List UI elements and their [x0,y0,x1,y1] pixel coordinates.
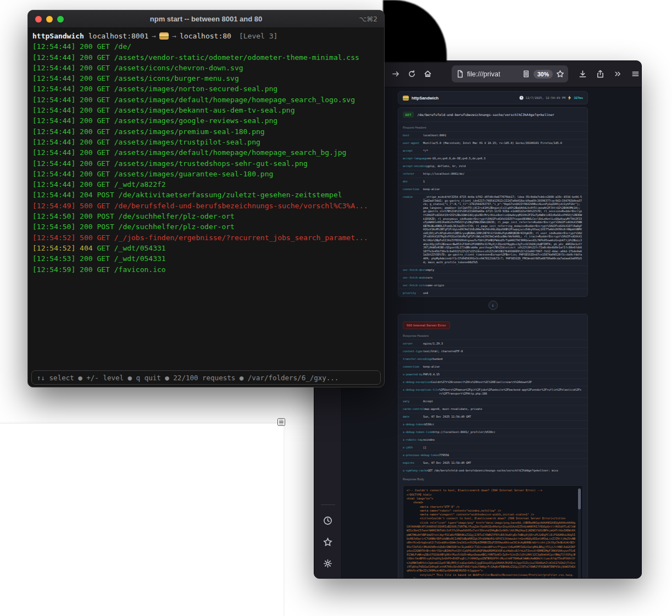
spray-blob [383,0,447,62]
request-response-divider: ↓ [488,301,498,310]
history-clock-icon[interactable] [323,516,332,528]
header-value: Mozilla/5.0 (Macintosh; Intel Mac OS X 1… [423,141,562,145]
header-name: dnt [403,180,423,184]
header-name: x-previous-debug-token [403,453,439,457]
bookmark-star-icon[interactable] [556,70,564,79]
header-name: x-debug-exception [403,380,431,384]
log-line: [12:54:44] 200 GET /assets/images/bekann… [32,105,380,115]
request-headers-table: hostlocalhost:8001user-agentMozilla/5.0 … [398,131,587,296]
log-line: [12:54:59] 200 GET /favicon.ico [32,264,380,275]
nav-button-group [391,70,432,79]
header-value: http://localhost:8001/_profiler/b530cc [432,430,495,434]
header-value: GET /de/berufsfeld-und-berufsbezeichnung… [427,469,558,473]
header-name: expires [403,461,423,465]
header-row: user-agentMozilla/5.0 (Macintosh; Intel … [398,139,587,147]
header-name: connection [403,187,423,191]
log-line: [12:54:44] 200 GET /assets/images/trustp… [32,137,380,147]
header-name: host [403,134,423,137]
log-line: [12:54:44] 200 GET /assets/images/google… [32,115,380,126]
header-value: */* [423,149,428,153]
header-name: x-symfony-cache [403,469,427,473]
settings-gear-icon[interactable] [323,559,332,570]
header-row: x-debug-tokenb530cc [398,420,587,428]
duration-badge: 327ms [574,96,583,99]
log-line: [12:54:44] 200 GET /_wdt/a822f2 [32,179,380,190]
header-value: Sun, 07 Dec 2025 11:54:49 GMT [423,415,471,419]
header-value: Sun, 07 Dec 2025 11:54:49 GMT [423,461,471,465]
header-name: sec-fetch-dest [403,268,426,272]
header-row: connectionkeep-alive [398,363,587,370]
header-name: x-jdth [403,446,423,449]
bookmarks-star-icon[interactable] [323,537,332,549]
header-name: accept [403,149,423,153]
page-header-card: httpSandwich 12/7/2025, 12:54:49 PM 327m… [398,91,588,104]
reader-view-icon[interactable] [522,70,531,79]
header-value: gzip, deflate, br, zstd [427,164,465,168]
header-name: x-debug-exception-file [403,388,439,395]
header-row: servernginx/1.29.3 [398,340,587,347]
reload-icon[interactable] [407,70,416,79]
sidebar-divider [321,504,335,505]
header-row: sec-fetch-sitesame-origin [398,281,587,288]
terminal-titlebar: npm start -- between 8001 and 80 ⌥⌘2 [28,10,384,28]
response-body-text: <!-- Couldn't connect to host, Elasticse… [407,489,576,578]
home-icon[interactable] [423,70,432,79]
share-icon[interactable] [596,70,604,79]
downloads-icon[interactable] [578,70,587,79]
header-row: hostlocalhost:8001 [398,131,587,139]
log-line: [12:54:44] 204 POST /de/aktivitaetserfas… [32,190,380,200]
header-name: x-powered-by [403,373,423,376]
terminal-title: npm start -- between 8001 and 80 [28,15,384,23]
header-name: x-debug-token-link [403,430,432,434]
header-row: content-typetext/html; charset=UTF-8 [398,347,587,355]
header-value: http://localhost:8001/de/ [423,172,464,176]
header-row: refererhttp://localhost:8001/de/ [398,170,587,177]
response-headers-label: Response Headers [398,330,587,340]
header-name: priority [403,291,423,295]
zoom-level-badge[interactable]: 30% [534,70,553,79]
header-row: connectionkeep-alive [398,185,587,193]
request-log: [12:54:44] 200 GET /de/[12:54:44] 200 GE… [32,41,380,275]
header-row: sec-fetch-destempty [398,265,587,273]
method-badge: GET [403,112,414,118]
proxy-from: localhost:8001 [88,31,149,41]
code-scrollbar-thumb[interactable] [578,489,581,509]
code-scrollbar [578,488,581,578]
header-row: dnt1 [398,177,587,185]
header-row: x-previous-debug-token779556 [398,451,587,458]
log-line: [12:54:44] 200 GET /assets/vendor-static… [32,52,380,63]
response-card: 500 Internal Server Error Response Heade… [398,314,588,578]
overflow-chevrons-icon[interactable] [613,70,622,79]
request-card: GET /de/berufsfeld-und-berufsbezeichnung… [398,107,588,297]
url-text[interactable]: file:///privat [467,70,519,78]
header-row: x-powered-byPHP/8.4.15 [398,370,587,378]
header-value: [] [423,446,426,449]
header-row: sec-fetch-modecors [398,273,587,281]
log-line: [12:54:50] 200 POST /de/suchhelfer/plz-o… [32,211,380,221]
proxy-to: localhost:80 [180,31,231,41]
header-value: nginx/1.29.3 [423,342,443,346]
header-value: keep-alive [423,187,440,191]
header-name: sec-fetch-mode [403,276,426,280]
url-bar[interactable]: file:///privat 30% [452,65,568,82]
header-value: noindex [423,438,435,442]
header-value: u=4 [423,291,428,295]
header-row: dateSun, 07 Dec 2025 11:54:49 GMT [398,413,587,420]
httpsandwich-page: httpSandwich 12/7/2025, 12:54:49 PM 327m… [398,87,588,578]
forward-icon[interactable] [391,70,400,79]
header-value: chunked [431,357,442,361]
header-name: referer [403,172,423,176]
header-name: x-robots-tag [403,438,423,442]
header-name: accept-language [403,157,427,160]
terminal-output: httpSandwich localhost:8001 → → localhos… [28,28,384,278]
arrow-right-2: → [169,31,180,41]
header-row: x-jdth[] [398,443,587,451]
header-value: 779556 [439,453,449,457]
menu-hamburger-icon[interactable] [631,70,640,79]
status-badge: 500 Internal Server Error [403,321,450,329]
header-row: x-debug-exception-file%2FUsers%2Fmanue%2… [398,386,587,397]
request-url-row: GET /de/berufsfeld-und-berufsbezeichnung… [398,108,587,122]
mini-document-icon[interactable] [277,418,285,426]
response-body-label: Response Body [398,474,587,483]
log-line: [12:54:44] 200 GET /assets/images/defaul… [32,147,380,158]
